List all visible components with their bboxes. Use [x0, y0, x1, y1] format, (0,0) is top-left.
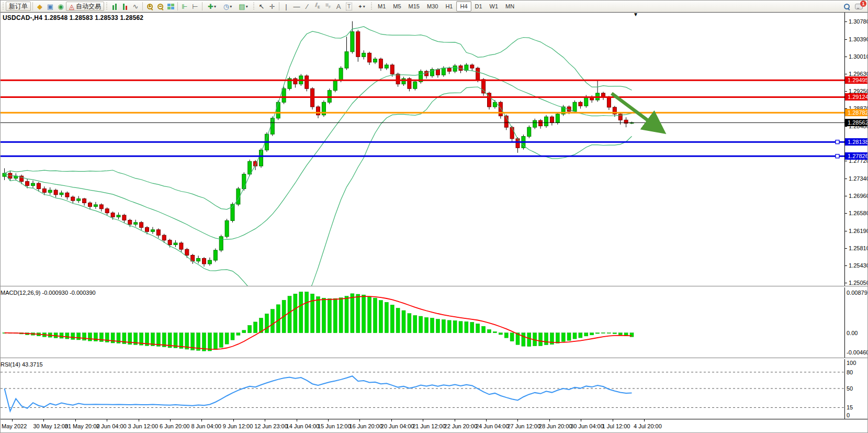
candle-body[interactable]	[37, 183, 40, 188]
candle-body[interactable]	[88, 203, 92, 206]
candle-body[interactable]	[317, 107, 320, 115]
time-axis[interactable]: May 202230 May 12:0031 May 20:002 Jun 04…	[1, 419, 868, 433]
candle-body[interactable]	[379, 59, 382, 68]
candle-body[interactable]	[71, 197, 75, 201]
search-icon[interactable]	[841, 2, 852, 11]
candlestick-chart[interactable]	[1, 13, 844, 286]
text-label-icon[interactable]: T	[344, 2, 354, 11]
toolbar-grip[interactable]	[370, 3, 373, 10]
crosshair-icon[interactable]: ✛	[267, 2, 277, 11]
candle-body[interactable]	[453, 66, 457, 71]
new-order-button[interactable]: 新订单	[6, 2, 31, 11]
candle-body[interactable]	[151, 230, 154, 231]
macd-chart[interactable]	[1, 287, 844, 358]
candle-body[interactable]	[197, 259, 200, 261]
hline-handle[interactable]	[836, 140, 839, 144]
horizontal-line-icon[interactable]: —	[291, 2, 302, 11]
candle-body[interactable]	[208, 260, 211, 264]
candle-body[interactable]	[510, 127, 514, 139]
main-chart-plot[interactable]: USDCAD-,H4 1.28548 1.28583 1.28533 1.285…	[1, 13, 845, 286]
text-icon[interactable]: A	[333, 2, 344, 11]
toolbar-grip[interactable]	[2, 3, 5, 10]
candle-body[interactable]	[305, 76, 309, 88]
candle-body[interactable]	[282, 88, 286, 102]
chart-shift-marker[interactable]: ▼	[633, 13, 638, 17]
timeframe-button-m5[interactable]: M5	[389, 1, 404, 12]
candle-body[interactable]	[447, 68, 451, 71]
candle-body[interactable]	[140, 223, 143, 228]
candle-body[interactable]	[122, 215, 126, 220]
hline-handle[interactable]	[836, 154, 839, 158]
candle-body[interactable]	[333, 81, 337, 91]
candle-body[interactable]	[436, 70, 439, 75]
equidistant-channel-icon[interactable]: ⫽E	[312, 2, 323, 11]
auto-scroll-icon[interactable]: ⊩	[179, 2, 190, 11]
macd-plot[interactable]: MACD(12,26,9) -0.000930 -0.000390	[1, 287, 845, 358]
trendline-icon[interactable]: ∕	[302, 2, 312, 11]
indicators-add-icon[interactable]: ✚▾	[204, 2, 220, 11]
candle-body[interactable]	[99, 205, 103, 209]
data-window-icon[interactable]: ▣	[45, 2, 55, 11]
candle-body[interactable]	[105, 209, 109, 213]
candle-body[interactable]	[185, 249, 189, 255]
vertical-line-icon[interactable]: |	[281, 2, 291, 11]
candle-body[interactable]	[339, 68, 343, 80]
periods-clock-icon[interactable]: ◷▾	[220, 2, 235, 11]
candle-body[interactable]	[413, 82, 417, 88]
toolbar-grip[interactable]	[252, 3, 255, 10]
candle-body[interactable]	[54, 190, 58, 195]
timeframe-button-h4[interactable]: H4	[456, 1, 471, 12]
candlestick-chart-icon[interactable]	[120, 2, 130, 11]
candle-body[interactable]	[83, 199, 86, 203]
candle-body[interactable]	[482, 80, 486, 93]
candle-body[interactable]	[579, 102, 582, 106]
candle-body[interactable]	[213, 250, 217, 260]
toolbar-grip[interactable]	[105, 3, 108, 10]
timeframe-button-m15[interactable]: M15	[405, 1, 423, 12]
timeframe-button-h1[interactable]: H1	[442, 1, 456, 12]
candle-body[interactable]	[77, 199, 81, 201]
candle-body[interactable]	[248, 161, 252, 174]
candle-body[interactable]	[26, 182, 29, 186]
timeframe-button-m1[interactable]: M1	[374, 1, 389, 12]
trend-arrow[interactable]	[612, 93, 661, 130]
auto-trading-button[interactable]: ◬ 自动交易	[66, 2, 104, 11]
candle-body[interactable]	[385, 65, 388, 68]
candle-body[interactable]	[545, 117, 548, 126]
candle-body[interactable]	[607, 97, 611, 107]
line-chart-icon[interactable]: ∿	[130, 2, 141, 11]
arrows-icon[interactable]: ✦▾	[354, 2, 369, 11]
bar-chart-icon[interactable]	[109, 2, 120, 11]
candle-body[interactable]	[356, 32, 360, 57]
timeframe-button-m30[interactable]: M30	[423, 1, 442, 12]
chart-shift-icon[interactable]: ⊢	[190, 2, 200, 11]
timeframe-button-d1[interactable]: D1	[471, 1, 486, 12]
candle-body[interactable]	[345, 52, 348, 68]
candle-body[interactable]	[31, 183, 35, 185]
candle-body[interactable]	[156, 230, 160, 235]
navigator-icon[interactable]: ◉	[55, 2, 66, 11]
candle-body[interactable]	[476, 68, 480, 80]
candle-body[interactable]	[168, 240, 172, 245]
candle-body[interactable]	[134, 223, 138, 224]
candle-body[interactable]	[374, 59, 377, 62]
candle-body[interactable]	[516, 139, 520, 148]
timeframe-button-w1[interactable]: W1	[486, 1, 502, 12]
candle-body[interactable]	[128, 220, 132, 225]
candle-body[interactable]	[442, 68, 445, 75]
cursor-icon[interactable]: ↖	[256, 2, 267, 11]
candle-body[interactable]	[162, 235, 166, 240]
candle-body[interactable]	[48, 190, 52, 192]
candle-body[interactable]	[202, 259, 206, 264]
chat-icon[interactable]: 1	[855, 2, 864, 10]
zoom-in-icon[interactable]	[144, 2, 155, 11]
zoom-out-icon[interactable]	[155, 2, 165, 11]
candle-body[interactable]	[225, 220, 229, 236]
candle-body[interactable]	[65, 193, 69, 197]
candle-body[interactable]	[396, 74, 400, 84]
candle-body[interactable]	[219, 237, 223, 250]
candle-body[interactable]	[276, 102, 280, 118]
timeframe-button-mn[interactable]: MN	[502, 1, 518, 12]
candle-body[interactable]	[362, 53, 366, 57]
templates-icon[interactable]: ▤▾	[235, 2, 251, 11]
